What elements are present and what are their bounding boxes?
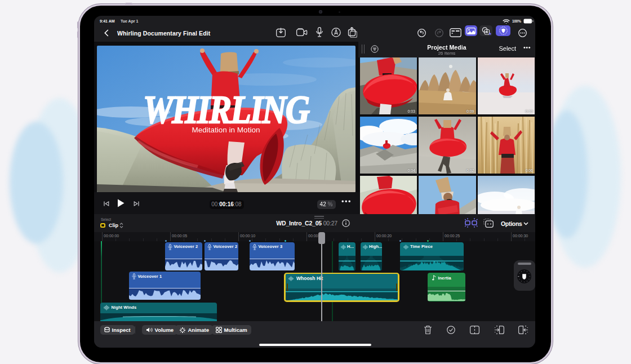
svg-text:Meditation in Motion: Meditation in Motion [192, 126, 260, 134]
svg-text:WHIRLING: WHIRLING [143, 87, 310, 131]
